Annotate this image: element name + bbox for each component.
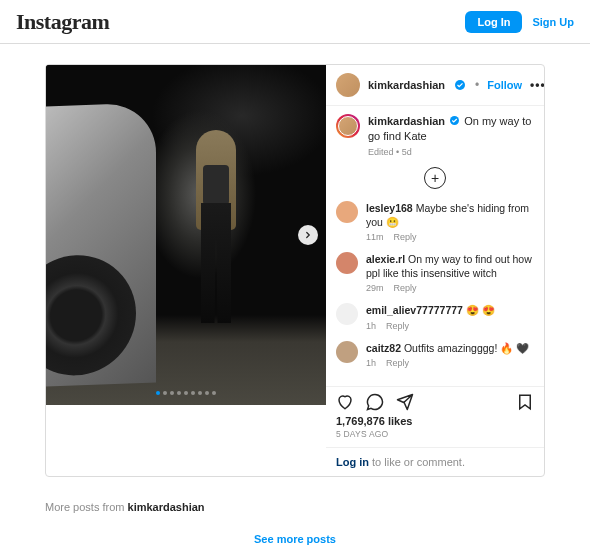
carousel-dot[interactable] — [212, 391, 216, 395]
commenter-username[interactable]: emil_aliev77777777 — [366, 304, 463, 316]
reply-button[interactable]: Reply — [386, 321, 409, 331]
more-posts-author[interactable]: kimkardashian — [128, 501, 205, 513]
post-timestamp: 5 days ago — [326, 429, 544, 447]
caption: kimkardashian On my way to go find Kate — [368, 114, 534, 145]
verified-badge-icon — [450, 116, 459, 125]
comment-text: lesley168 Maybe she's hiding from you 😬 — [366, 201, 534, 229]
comment-meta: 1h Reply — [366, 358, 534, 368]
like-icon[interactable] — [336, 393, 354, 411]
carousel-dot[interactable] — [163, 391, 167, 395]
caption-meta: Edited • 5d — [368, 147, 534, 157]
comment-row: caitz82 Outfits amazingggg! 🔥 🖤 1h Reply — [336, 341, 534, 368]
commenter-avatar[interactable] — [336, 252, 358, 274]
login-to-comment: Log in to like or comment. — [326, 447, 544, 476]
photo-content — [46, 65, 326, 405]
commenter-username[interactable]: alexie.rl — [366, 253, 405, 265]
caption-username[interactable]: kimkardashian — [368, 115, 445, 127]
login-button[interactable]: Log In — [465, 11, 522, 33]
carousel-dot[interactable] — [205, 391, 209, 395]
post-media[interactable] — [46, 65, 326, 405]
comment-time: 29m — [366, 283, 384, 293]
separator-dot: • — [475, 78, 479, 92]
reply-button[interactable]: Reply — [386, 358, 409, 368]
share-icon[interactable] — [396, 393, 414, 411]
comment-body: Outfits amazingggg! 🔥 🖤 — [404, 342, 529, 354]
likes-count[interactable]: 1,769,876 likes — [326, 415, 544, 429]
comment-row: lesley168 Maybe she's hiding from you 😬 … — [336, 201, 534, 242]
instagram-logo[interactable]: Instagram — [16, 9, 109, 35]
carousel-dot[interactable] — [170, 391, 174, 395]
follow-button[interactable]: Follow — [487, 79, 522, 91]
carousel-dot[interactable] — [156, 391, 160, 395]
post-card: kimkardashian • Follow ••• kimkardashian… — [45, 64, 545, 477]
more-options-button[interactable]: ••• — [530, 78, 545, 92]
carousel-dot[interactable] — [184, 391, 188, 395]
post-sidebar: kimkardashian • Follow ••• kimkardashian… — [326, 65, 544, 476]
comment-text: caitz82 Outfits amazingggg! 🔥 🖤 — [366, 341, 534, 355]
carousel-dot[interactable] — [177, 391, 181, 395]
more-posts-heading: More posts from kimkardashian — [45, 501, 545, 513]
post-header: kimkardashian • Follow ••• — [326, 65, 544, 106]
comment-meta: 29m Reply — [366, 283, 534, 293]
author-avatar-story[interactable] — [336, 114, 360, 138]
comment-time: 1h — [366, 358, 376, 368]
commenter-avatar[interactable] — [336, 201, 358, 223]
author-avatar[interactable] — [336, 73, 360, 97]
comment-text: alexie.rl On my way to find out how ppl … — [366, 252, 534, 280]
carousel-next-button[interactable] — [298, 225, 318, 245]
comment-row: emil_aliev77777777 😍 😍 1h Reply — [336, 303, 534, 330]
verified-badge-icon — [455, 80, 465, 90]
save-icon[interactable] — [516, 393, 534, 411]
commenter-avatar[interactable] — [336, 341, 358, 363]
commenter-username[interactable]: lesley168 — [366, 202, 413, 214]
signup-link[interactable]: Sign Up — [532, 16, 574, 28]
comment-row: alexie.rl On my way to find out how ppl … — [336, 252, 534, 293]
carousel-dot[interactable] — [198, 391, 202, 395]
reply-button[interactable]: Reply — [394, 232, 417, 242]
comment-body: 😍 😍 — [466, 304, 495, 316]
comment-time: 11m — [366, 232, 384, 242]
comments-list: lesley168 Maybe she's hiding from you 😬 … — [336, 201, 534, 368]
chevron-right-icon — [303, 230, 313, 240]
header-actions: Log In Sign Up — [465, 11, 574, 33]
comment-meta: 1h Reply — [366, 321, 534, 331]
comment-icon[interactable] — [366, 393, 384, 411]
see-more-posts-button[interactable]: See more posts — [45, 513, 545, 559]
comment-time: 1h — [366, 321, 376, 331]
top-nav: Instagram Log In Sign Up — [0, 0, 590, 44]
commenter-username[interactable]: caitz82 — [366, 342, 401, 354]
carousel-dot[interactable] — [191, 391, 195, 395]
commenter-avatar[interactable] — [336, 303, 358, 325]
post-body: kimkardashian On my way to go find Kate … — [326, 106, 544, 386]
reply-button[interactable]: Reply — [394, 283, 417, 293]
caption-row: kimkardashian On my way to go find Kate … — [336, 114, 534, 157]
comment-meta: 11m Reply — [366, 232, 534, 242]
comment-text: emil_aliev77777777 😍 😍 — [366, 303, 534, 317]
carousel-indicators — [156, 391, 216, 395]
action-bar — [326, 386, 544, 415]
login-link[interactable]: Log in — [336, 456, 369, 468]
add-comment-button[interactable]: + — [424, 167, 446, 189]
author-username[interactable]: kimkardashian — [368, 79, 445, 91]
